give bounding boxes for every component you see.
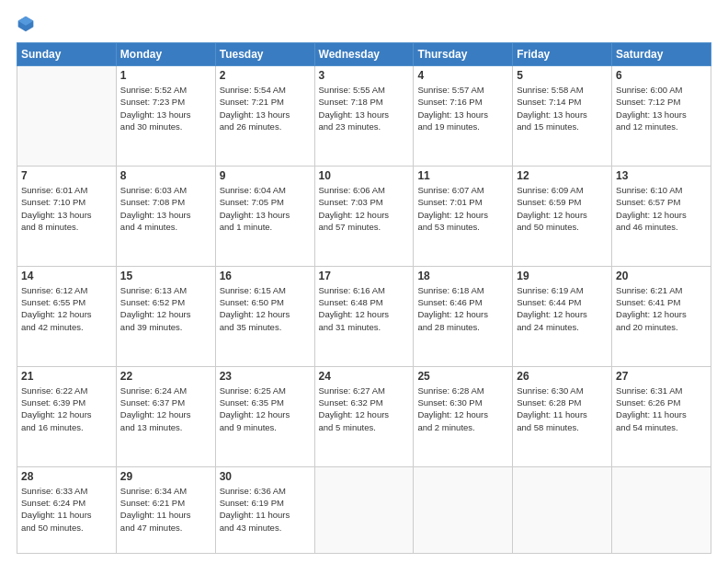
calendar-week-5: 28Sunrise: 6:33 AM Sunset: 6:24 PM Dayli… [17, 466, 711, 553]
calendar-cell: 17Sunrise: 6:16 AM Sunset: 6:48 PM Dayli… [314, 266, 414, 366]
day-info: Sunrise: 6:25 AM Sunset: 6:35 PM Dayligh… [220, 385, 311, 433]
calendar-cell: 15Sunrise: 6:13 AM Sunset: 6:52 PM Dayli… [116, 266, 215, 366]
calendar-cell [314, 466, 414, 553]
day-header-sunday: Sunday [17, 43, 117, 66]
calendar-cell: 2Sunrise: 5:54 AM Sunset: 7:21 PM Daylig… [215, 66, 314, 167]
day-info: Sunrise: 5:54 AM Sunset: 7:21 PM Dayligh… [220, 84, 311, 132]
calendar-cell: 30Sunrise: 6:36 AM Sunset: 6:19 PM Dayli… [215, 466, 314, 553]
day-info: Sunrise: 6:10 AM Sunset: 6:57 PM Dayligh… [616, 184, 707, 233]
day-header-tuesday: Tuesday [215, 43, 314, 66]
calendar-cell: 10Sunrise: 6:06 AM Sunset: 7:03 PM Dayli… [314, 166, 414, 266]
calendar-cell [414, 466, 513, 553]
calendar-cell: 20Sunrise: 6:21 AM Sunset: 6:41 PM Dayli… [612, 266, 711, 366]
day-info: Sunrise: 5:58 AM Sunset: 7:14 PM Dayligh… [517, 84, 608, 132]
day-info: Sunrise: 6:24 AM Sunset: 6:37 PM Dayligh… [120, 385, 211, 433]
day-number: 18 [417, 270, 508, 282]
calendar-cell: 24Sunrise: 6:27 AM Sunset: 6:32 PM Dayli… [314, 366, 414, 466]
day-number: 10 [319, 169, 410, 182]
day-number: 14 [21, 270, 112, 282]
day-info: Sunrise: 6:12 AM Sunset: 6:55 PM Dayligh… [21, 284, 112, 333]
calendar-cell: 16Sunrise: 6:15 AM Sunset: 6:50 PM Dayli… [215, 266, 314, 366]
day-number: 16 [220, 270, 311, 282]
day-number: 28 [21, 470, 112, 483]
day-number: 24 [319, 370, 410, 383]
day-number: 30 [220, 470, 311, 483]
day-number: 29 [120, 470, 211, 483]
day-number: 15 [120, 270, 211, 282]
day-info: Sunrise: 6:15 AM Sunset: 6:50 PM Dayligh… [220, 284, 311, 333]
day-info: Sunrise: 6:30 AM Sunset: 6:28 PM Dayligh… [517, 385, 608, 433]
day-number: 4 [417, 69, 508, 82]
calendar-cell: 13Sunrise: 6:10 AM Sunset: 6:57 PM Dayli… [612, 166, 711, 266]
calendar-cell [513, 466, 612, 553]
day-header-thursday: Thursday [414, 43, 513, 66]
logo [17, 15, 37, 33]
calendar-cell: 5Sunrise: 5:58 AM Sunset: 7:14 PM Daylig… [513, 66, 612, 167]
calendar-cell: 6Sunrise: 6:00 AM Sunset: 7:12 PM Daylig… [612, 66, 711, 167]
calendar-cell: 12Sunrise: 6:09 AM Sunset: 6:59 PM Dayli… [513, 166, 612, 266]
calendar-cell: 21Sunrise: 6:22 AM Sunset: 6:39 PM Dayli… [17, 366, 117, 466]
day-info: Sunrise: 6:07 AM Sunset: 7:01 PM Dayligh… [417, 184, 508, 233]
day-number: 8 [120, 169, 211, 182]
day-info: Sunrise: 6:00 AM Sunset: 7:12 PM Dayligh… [616, 84, 707, 132]
day-number: 20 [616, 270, 707, 282]
day-info: Sunrise: 6:04 AM Sunset: 7:05 PM Dayligh… [220, 184, 311, 233]
day-number: 12 [517, 169, 608, 182]
day-number: 9 [220, 169, 311, 182]
day-header-saturday: Saturday [612, 43, 711, 66]
day-number: 22 [120, 370, 211, 383]
day-number: 1 [120, 69, 211, 82]
day-number: 13 [616, 169, 707, 182]
day-info: Sunrise: 6:31 AM Sunset: 6:26 PM Dayligh… [616, 385, 707, 433]
calendar-cell: 11Sunrise: 6:07 AM Sunset: 7:01 PM Dayli… [414, 166, 513, 266]
calendar-cell: 19Sunrise: 6:19 AM Sunset: 6:44 PM Dayli… [513, 266, 612, 366]
day-info: Sunrise: 6:13 AM Sunset: 6:52 PM Dayligh… [120, 284, 211, 333]
day-info: Sunrise: 6:06 AM Sunset: 7:03 PM Dayligh… [319, 184, 410, 233]
day-info: Sunrise: 6:21 AM Sunset: 6:41 PM Dayligh… [616, 284, 707, 333]
day-info: Sunrise: 6:03 AM Sunset: 7:08 PM Dayligh… [120, 184, 211, 233]
calendar-week-2: 7Sunrise: 6:01 AM Sunset: 7:10 PM Daylig… [17, 166, 711, 266]
calendar-cell: 1Sunrise: 5:52 AM Sunset: 7:23 PM Daylig… [116, 66, 215, 167]
day-info: Sunrise: 5:57 AM Sunset: 7:16 PM Dayligh… [417, 84, 508, 132]
day-number: 6 [616, 69, 707, 82]
day-info: Sunrise: 6:28 AM Sunset: 6:30 PM Dayligh… [417, 385, 508, 433]
page: SundayMondayTuesdayWednesdayThursdayFrid… [0, 0, 728, 563]
day-info: Sunrise: 6:22 AM Sunset: 6:39 PM Dayligh… [21, 385, 112, 433]
calendar-cell: 26Sunrise: 6:30 AM Sunset: 6:28 PM Dayli… [513, 366, 612, 466]
day-number: 25 [417, 370, 508, 383]
calendar-cell: 7Sunrise: 6:01 AM Sunset: 7:10 PM Daylig… [17, 166, 117, 266]
day-info: Sunrise: 6:34 AM Sunset: 6:21 PM Dayligh… [120, 485, 211, 534]
day-info: Sunrise: 5:55 AM Sunset: 7:18 PM Dayligh… [319, 84, 410, 132]
header [17, 15, 711, 33]
day-number: 19 [517, 270, 608, 282]
day-info: Sunrise: 6:27 AM Sunset: 6:32 PM Dayligh… [319, 385, 410, 433]
calendar-cell: 28Sunrise: 6:33 AM Sunset: 6:24 PM Dayli… [17, 466, 117, 553]
day-info: Sunrise: 6:01 AM Sunset: 7:10 PM Dayligh… [21, 184, 112, 233]
calendar-week-4: 21Sunrise: 6:22 AM Sunset: 6:39 PM Dayli… [17, 366, 711, 466]
day-header-monday: Monday [116, 43, 215, 66]
calendar-cell: 27Sunrise: 6:31 AM Sunset: 6:26 PM Dayli… [612, 366, 711, 466]
calendar-cell [17, 66, 117, 167]
day-number: 5 [517, 69, 608, 82]
day-number: 27 [616, 370, 707, 383]
day-number: 2 [220, 69, 311, 82]
day-header-friday: Friday [513, 43, 612, 66]
day-number: 21 [21, 370, 112, 383]
logo-icon [17, 15, 35, 33]
calendar-cell [612, 466, 711, 553]
day-number: 11 [417, 169, 508, 182]
day-info: Sunrise: 6:16 AM Sunset: 6:48 PM Dayligh… [319, 284, 410, 333]
day-info: Sunrise: 6:19 AM Sunset: 6:44 PM Dayligh… [517, 284, 608, 333]
calendar-cell: 25Sunrise: 6:28 AM Sunset: 6:30 PM Dayli… [414, 366, 513, 466]
calendar-table: SundayMondayTuesdayWednesdayThursdayFrid… [17, 42, 711, 554]
day-info: Sunrise: 6:36 AM Sunset: 6:19 PM Dayligh… [220, 485, 311, 534]
calendar-week-1: 1Sunrise: 5:52 AM Sunset: 7:23 PM Daylig… [17, 66, 711, 167]
calendar-cell: 22Sunrise: 6:24 AM Sunset: 6:37 PM Dayli… [116, 366, 215, 466]
day-number: 17 [319, 270, 410, 282]
calendar-cell: 18Sunrise: 6:18 AM Sunset: 6:46 PM Dayli… [414, 266, 513, 366]
day-number: 23 [220, 370, 311, 383]
calendar-cell: 23Sunrise: 6:25 AM Sunset: 6:35 PM Dayli… [215, 366, 314, 466]
day-header-wednesday: Wednesday [314, 43, 414, 66]
day-info: Sunrise: 6:18 AM Sunset: 6:46 PM Dayligh… [417, 284, 508, 333]
calendar-cell: 8Sunrise: 6:03 AM Sunset: 7:08 PM Daylig… [116, 166, 215, 266]
